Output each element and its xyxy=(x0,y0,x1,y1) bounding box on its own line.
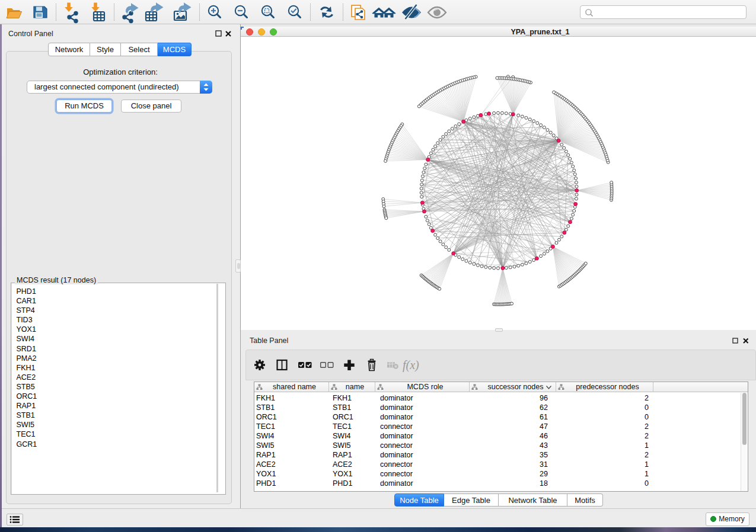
svg-text:f(x): f(x) xyxy=(403,358,419,372)
